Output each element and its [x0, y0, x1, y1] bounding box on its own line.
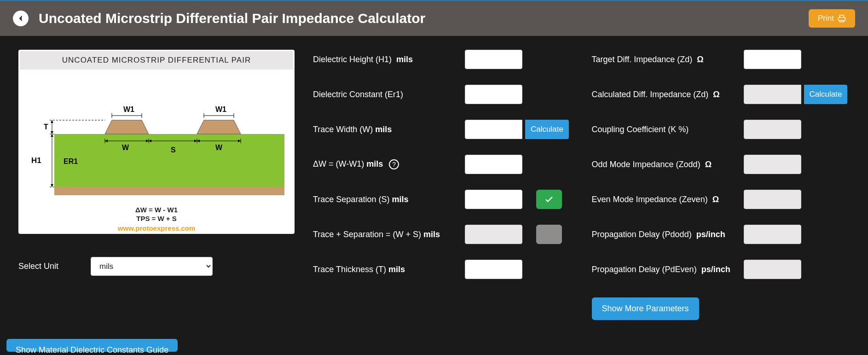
- label-pdeven: Propagation Delay (PdEven) ps/inch: [592, 265, 739, 274]
- diagram-footer: ΔW = W - W1 TPS = W + S www.protoexpress…: [20, 203, 293, 234]
- diagram-h1: H1: [31, 156, 41, 165]
- label-zodd: Odd Mode Impedance (Zodd) Ω: [592, 160, 739, 169]
- label-zeven: Even Mode Impedance (Zeven) Ω: [592, 195, 739, 204]
- field-h1: Dielectric Height (H1) mils: [313, 50, 571, 69]
- form-columns: Dielectric Height (H1) mils Dielectric C…: [313, 50, 850, 320]
- label-ws: Trace + Separation = (W + S) mils: [313, 230, 460, 239]
- diagram-t: T: [44, 123, 48, 131]
- back-button[interactable]: [13, 11, 29, 26]
- show-more-parameters-button[interactable]: Show More Parameters: [592, 297, 699, 320]
- calculate-zd-button[interactable]: Calculate: [804, 85, 848, 104]
- diagram-w1-a: W1: [123, 105, 134, 113]
- calculate-w-button[interactable]: Calculate: [525, 120, 569, 139]
- field-ws: Trace + Separation = (W + S) mils: [313, 225, 571, 244]
- svg-rect-0: [54, 134, 284, 187]
- field-w: Trace Width (W) mils Calculate: [313, 120, 571, 139]
- input-k: [744, 120, 801, 139]
- header-left: Uncoated Microstrip Differential Pair Im…: [13, 11, 425, 26]
- field-er1: Dielectric Constant (Er1): [313, 85, 571, 104]
- input-pdeven: [744, 260, 801, 279]
- diagram-s: S: [171, 146, 176, 154]
- arrow-left-icon: [17, 14, 25, 23]
- input-zeven: [744, 190, 801, 209]
- unit-label: Select Unit: [18, 262, 58, 271]
- label-er1: Dielectric Constant (Er1): [313, 90, 460, 99]
- form-col-b: Target Diff. Impedance (Zd) Ω Calculated…: [592, 50, 850, 320]
- svg-marker-18: [51, 184, 53, 187]
- diagram-er1: ER1: [64, 157, 78, 165]
- left-column: UNCOATED MICROSTRIP DIFFERENTIAL PAIR W1: [18, 50, 295, 276]
- input-pdodd: [744, 225, 801, 244]
- svg-marker-14: [51, 131, 53, 134]
- field-s: Trace Separation (S) mils: [313, 190, 571, 209]
- content-area: UNCOATED MICROSTRIP DIFFERENTIAL PAIR W1: [0, 36, 868, 329]
- label-zd-calc: Calculated Diff. Impedance (Zd) Ω: [592, 90, 739, 99]
- input-er1[interactable]: [465, 85, 522, 104]
- input-zd-calc: [744, 85, 801, 104]
- diagram-title: UNCOATED MICROSTRIP DIFFERENTIAL PAIR: [20, 51, 293, 70]
- input-zodd: [744, 155, 801, 174]
- input-ws: [465, 225, 522, 244]
- print-icon: [838, 14, 846, 23]
- input-dw[interactable]: [465, 155, 522, 174]
- field-zodd: Odd Mode Impedance (Zodd) Ω: [592, 155, 850, 174]
- field-pdodd: Propagation Delay (Pdodd) ps/inch: [592, 225, 850, 244]
- svg-marker-17: [51, 134, 53, 137]
- field-t: Trace Thickness (T) mils: [313, 260, 571, 279]
- field-zeven: Even Mode Impedance (Zeven) Ω: [592, 190, 850, 209]
- diagram-w-b: W: [215, 144, 223, 151]
- page-title: Uncoated Microstrip Differential Pair Im…: [39, 11, 425, 26]
- input-s[interactable]: [465, 190, 522, 209]
- svg-rect-1: [54, 187, 284, 195]
- diagram-eq2: TPS = W + S: [20, 215, 293, 222]
- confirm-s-button[interactable]: [536, 190, 562, 209]
- svg-marker-13: [51, 120, 53, 123]
- label-k: Coupling Coefficient (K %): [592, 125, 739, 134]
- unit-select[interactable]: mils: [91, 257, 213, 276]
- label-pdodd: Propagation Delay (Pdodd) ps/inch: [592, 230, 739, 239]
- diagram-eq1: ΔW = W - W1: [20, 206, 293, 214]
- svg-marker-2: [105, 120, 149, 134]
- label-w: Trace Width (W) mils: [313, 125, 460, 134]
- diagram-w-a: W: [122, 144, 129, 151]
- page-header: Uncoated Microstrip Differential Pair Im…: [0, 0, 868, 36]
- field-zd-target: Target Diff. Impedance (Zd) Ω: [592, 50, 850, 69]
- label-dw: ΔW = (W-W1) mils ?: [313, 159, 460, 169]
- field-zd-calc: Calculated Diff. Impedance (Zd) Ω Calcul…: [592, 85, 850, 104]
- diagram-body: W1 W1 T H1: [20, 70, 293, 203]
- input-h1[interactable]: [465, 50, 522, 69]
- diagram-url: www.protoexpress.com: [20, 224, 293, 232]
- input-t[interactable]: [465, 260, 522, 279]
- input-zd-target[interactable]: [744, 50, 801, 69]
- label-t: Trace Thickness (T) mils: [313, 265, 460, 274]
- print-button-label: Print: [818, 14, 834, 23]
- label-h1: Dielectric Height (H1) mils: [313, 55, 460, 64]
- field-pdeven: Propagation Delay (PdEven) ps/inch: [592, 260, 850, 279]
- field-k: Coupling Coefficient (K %): [592, 120, 850, 139]
- help-icon[interactable]: ?: [389, 159, 399, 169]
- field-dw: ΔW = (W-W1) mils ?: [313, 155, 571, 174]
- form-col-a: Dielectric Height (H1) mils Dielectric C…: [313, 50, 571, 320]
- print-button[interactable]: Print: [809, 9, 855, 28]
- check-icon: [544, 194, 554, 204]
- diagram-w1-b: W1: [215, 105, 226, 113]
- input-w[interactable]: [465, 120, 522, 139]
- ws-disabled-button: [536, 225, 562, 244]
- svg-marker-3: [197, 120, 241, 134]
- label-zd-target: Target Diff. Impedance (Zd) Ω: [592, 55, 739, 64]
- label-s: Trace Separation (S) mils: [313, 195, 460, 204]
- diagram-card: UNCOATED MICROSTRIP DIFFERENTIAL PAIR W1: [18, 50, 295, 234]
- unit-row: Select Unit mils: [18, 257, 295, 276]
